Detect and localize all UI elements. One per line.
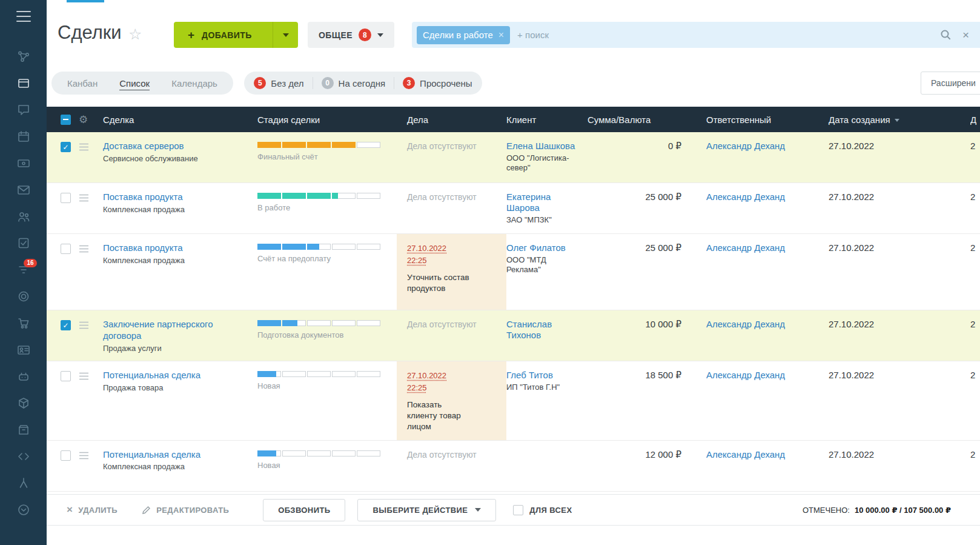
counter-3[interactable]: 3 Просрочены <box>403 77 472 89</box>
table-row[interactable]: Потенциальная сделка Продажа товара Нова… <box>47 361 980 441</box>
counter-badge: 5 <box>254 77 266 89</box>
sidebar-item-staff[interactable] <box>17 343 30 356</box>
deal-link[interactable]: Поставка продукта <box>103 192 248 203</box>
deal-link[interactable]: Потенциальная сделка <box>103 370 248 381</box>
table-row[interactable]: ✓ Заключение партнерского договора Прода… <box>47 310 980 361</box>
search-bar[interactable]: Сделки в работе × + поиск × <box>412 22 980 48</box>
sidebar-item-payments[interactable] <box>17 156 30 170</box>
row-checkbox[interactable] <box>61 244 71 254</box>
client-link[interactable]: Глеб Титов <box>506 370 583 381</box>
deal-link[interactable]: Поставка продукта <box>103 242 248 254</box>
row-checkbox[interactable] <box>61 450 71 461</box>
table-row[interactable]: Поставка продукта Комплексная продажа В … <box>47 183 980 234</box>
row-checkbox[interactable]: ✓ <box>61 142 71 152</box>
client-link[interactable]: Олег Филатов <box>506 242 583 253</box>
row-checkbox[interactable]: ✓ <box>61 320 71 330</box>
add-deal-button[interactable]: + ДОБАВИТЬ <box>174 22 298 48</box>
sidebar-item-chats[interactable] <box>17 103 30 116</box>
sidebar-item-deals[interactable] <box>17 76 30 90</box>
choose-action-button[interactable]: ВЫБЕРИТЕ ДЕЙСТВИЕ <box>357 499 496 521</box>
view-tab-3[interactable]: Календарь <box>161 78 228 89</box>
table-row[interactable]: Потенциальная сделка Комплексная продажа… <box>47 441 980 492</box>
task-due-date[interactable]: 27.10.202222:25 <box>407 242 455 266</box>
drag-handle-icon[interactable] <box>79 194 89 202</box>
responsible-link[interactable]: Александр Деханд <box>706 319 785 329</box>
delete-button[interactable]: × УДАЛИТЬ <box>67 504 118 516</box>
drag-handle-icon[interactable] <box>79 143 89 151</box>
responsible-link[interactable]: Александр Деханд <box>706 370 785 380</box>
sidebar-item-mail[interactable] <box>17 183 30 196</box>
column-header-deal[interactable]: Сделка <box>103 115 257 125</box>
progress-segment <box>332 244 356 250</box>
client-link[interactable]: Станислав Тихонов <box>506 319 583 341</box>
sidebar-item-bots[interactable] <box>17 370 30 383</box>
client-link[interactable]: Екатерина Шарова <box>506 192 583 213</box>
column-header-clipped: Д <box>970 115 980 125</box>
responsible-link[interactable]: Александр Деханд <box>706 242 785 253</box>
view-tab-1[interactable]: Канбан <box>56 78 108 89</box>
sidebar-item-integrations[interactable] <box>17 476 30 490</box>
marked-label: ОТМЕЧЕНО: <box>803 506 850 515</box>
search-icon[interactable] <box>940 29 952 41</box>
for-all-checkbox[interactable] <box>513 505 523 515</box>
view-tab-2[interactable]: Список <box>108 78 161 89</box>
drag-handle-icon[interactable] <box>79 245 89 253</box>
column-header-stage[interactable]: Стадия сделки <box>257 115 397 125</box>
responsible-link[interactable]: Александр Деханд <box>706 192 785 202</box>
select-all-checkbox[interactable] <box>61 115 71 125</box>
filter-tag[interactable]: Сделки в работе × <box>417 26 510 44</box>
row-checkbox[interactable] <box>61 193 71 203</box>
column-header-client[interactable]: Клиент <box>506 115 588 125</box>
column-header-responsible[interactable]: Ответственный <box>706 115 829 125</box>
column-header-created[interactable]: Дата создания <box>829 115 970 125</box>
sidebar-item-warehouse[interactable] <box>17 423 30 436</box>
sidebar-item-developers[interactable] <box>17 450 30 463</box>
search-clear-icon[interactable]: × <box>962 29 969 41</box>
menu-icon[interactable] <box>16 11 31 22</box>
column-header-amount[interactable]: Сумма/Валюта <box>588 115 706 125</box>
gear-icon[interactable]: ⚙ <box>79 115 88 125</box>
tasks-cell: Дела отсутствуют <box>397 183 506 233</box>
edit-button[interactable]: РЕДАКТИРОВАТЬ <box>142 506 229 515</box>
deal-link[interactable]: Доставка серверов <box>103 141 248 152</box>
sidebar-item-calendar[interactable] <box>17 130 30 143</box>
counter-label: Без дел <box>271 78 303 89</box>
counters: 5 Без дел 0 На сегодня 3 Просрочены <box>244 72 482 95</box>
counter-1[interactable]: 5 Без дел <box>254 77 303 89</box>
search-placeholder[interactable]: + поиск <box>517 30 940 40</box>
sidebar-item-purchases[interactable] <box>17 316 30 330</box>
for-all-toggle[interactable]: ДЛЯ ВСЕХ <box>513 505 572 515</box>
progress-segment <box>332 320 356 326</box>
sidebar-item-goals[interactable] <box>17 290 30 303</box>
advanced-filter-button[interactable]: Расширени <box>921 72 980 95</box>
sidebar-item-tasks[interactable] <box>17 236 30 250</box>
drag-handle-icon[interactable] <box>79 321 89 329</box>
deal-link[interactable]: Заключение партнерского договора <box>103 319 248 342</box>
table-row[interactable]: ✓ Доставка серверов Сервисное обслуживан… <box>47 132 980 183</box>
sidebar-item-products[interactable] <box>17 396 30 410</box>
sidebar-item-dashboard[interactable] <box>17 50 30 63</box>
counter-2[interactable]: 0 На сегодня <box>322 77 386 89</box>
progress-segment <box>257 244 281 250</box>
pipeline-label: ОБЩЕЕ <box>319 30 353 40</box>
call-button[interactable]: ОБЗВОНИТЬ <box>263 499 345 521</box>
sidebar-item-lists[interactable]: 16 <box>17 263 30 276</box>
progress-segment <box>332 193 356 199</box>
sidebar-item-more[interactable] <box>17 503 30 517</box>
client-link[interactable]: Елена Шашкова <box>506 141 583 152</box>
responsible-link[interactable]: Александр Деханд <box>706 141 785 151</box>
add-deal-dropdown[interactable] <box>273 22 298 48</box>
drag-handle-icon[interactable] <box>79 372 89 380</box>
column-header-tasks[interactable]: Дела <box>397 115 506 125</box>
row-checkbox[interactable] <box>61 371 71 381</box>
deal-link[interactable]: Потенциальная сделка <box>103 449 248 461</box>
filter-tag-remove-icon[interactable]: × <box>498 30 504 41</box>
pipeline-selector[interactable]: ОБЩЕЕ 8 <box>308 22 394 48</box>
sidebar-item-contacts[interactable] <box>17 210 30 223</box>
task-due-date[interactable]: 27.10.202222:25 <box>407 370 455 393</box>
drag-handle-icon[interactable] <box>79 452 89 460</box>
table-row[interactable]: Поставка продукта Комплексная продажа Сч… <box>47 234 980 310</box>
marked-summary: ОТМЕЧЕНО: 10 000.00 ₽ / 107 500.00 ₽ <box>803 506 951 515</box>
favorite-star-icon[interactable]: ☆ <box>128 25 142 43</box>
responsible-link[interactable]: Александр Деханд <box>706 449 785 460</box>
